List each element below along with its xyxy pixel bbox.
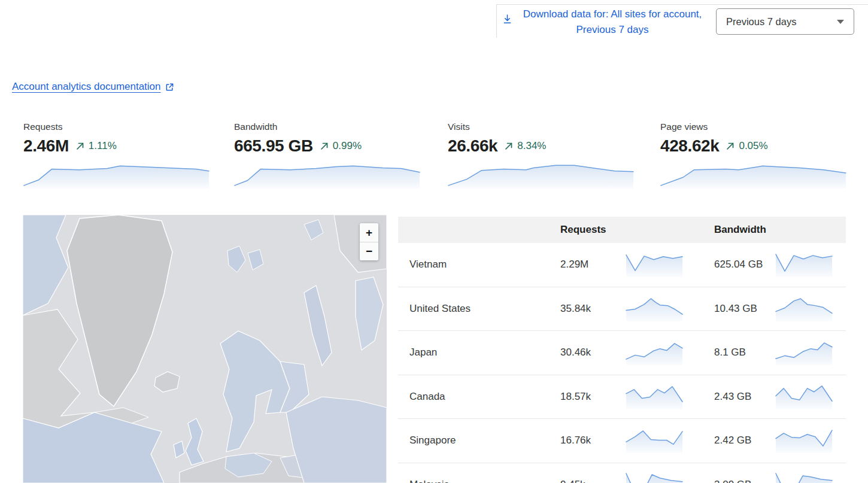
stat-delta: 1.11%: [75, 140, 117, 152]
bandwidth-value: 8.1 GB: [714, 347, 775, 359]
requests-sparkline: [626, 472, 714, 483]
requests-sparkline: [626, 296, 714, 321]
chevron-down-icon: [837, 20, 844, 24]
bandwidth-value: 625.04 GB: [714, 259, 775, 271]
bandwidth-sparkline: [775, 252, 846, 277]
account-analytics-page: Download data for: All sites for account…: [0, 0, 868, 483]
bandwidth-value: 10.43 GB: [714, 303, 775, 315]
stat-card-bandwidth: Bandwidth 665.95 GB 0.99%: [234, 121, 420, 189]
table-row: Japan 30.46k 8.1 GB: [398, 331, 846, 375]
requests-column-header: Requests: [560, 224, 626, 236]
page-views-sparkline: [660, 160, 846, 189]
stat-value: 26.66k: [448, 136, 497, 156]
stat-value: 2.46M: [23, 136, 69, 156]
requests-sparkline: [626, 340, 714, 365]
documentation-link[interactable]: Account analytics documentation: [12, 81, 174, 93]
bandwidth-sparkline: [775, 296, 846, 321]
bandwidth-value: 2.42 GB: [714, 435, 775, 446]
bandwidth-column-header: Bandwidth: [714, 224, 775, 236]
requests-value: 9.45k: [560, 479, 626, 483]
requests-value: 30.46k: [560, 347, 626, 359]
trend-up-icon: [75, 141, 85, 151]
stat-delta: 0.99%: [320, 140, 362, 152]
countries-table: Requests Bandwidth Vietnam 2.29M 625.04 …: [398, 217, 846, 483]
bandwidth-value: 2.43 GB: [714, 391, 775, 403]
stat-card-page-views: Page views 428.62k 0.05%: [660, 121, 846, 189]
download-link-label: Download data for: All sites for account…: [519, 7, 706, 38]
stat-label: Visits: [448, 121, 634, 132]
country-name: Malaysia: [398, 479, 560, 483]
bandwidth-value: 3.09 GB: [714, 479, 775, 483]
map-zoom-out-button[interactable]: −: [360, 242, 378, 260]
download-icon: [503, 14, 512, 27]
choropleth-map-graphic: [23, 215, 387, 483]
stat-card-requests: Requests 2.46M 1.11%: [23, 121, 210, 189]
country-name: Japan: [398, 347, 560, 359]
header-divider-vertical: [496, 4, 497, 38]
requests-value: 16.76k: [560, 435, 626, 446]
stat-delta-value: 0.05%: [739, 140, 767, 152]
download-data-link[interactable]: Download data for: All sites for account…: [503, 7, 706, 38]
stat-label: Bandwidth: [234, 121, 420, 132]
requests-sparkline: [23, 160, 210, 189]
table-row: United States 35.84k 10.43 GB: [398, 287, 846, 332]
stat-delta-value: 8.34%: [517, 140, 546, 152]
requests-sparkline: [626, 384, 714, 409]
map-zoom-in-button[interactable]: +: [360, 223, 378, 242]
requests-sparkline: [626, 428, 714, 453]
stat-delta: 0.05%: [726, 140, 767, 152]
map-zoom-controls: + −: [360, 223, 378, 260]
trend-up-icon: [726, 141, 735, 151]
trend-up-icon: [504, 141, 514, 151]
country-name: Singapore: [398, 435, 560, 446]
stat-value: 665.95 GB: [234, 136, 313, 156]
stat-label: Requests: [23, 121, 210, 132]
world-map[interactable]: + −: [23, 215, 387, 483]
stat-delta-value: 0.99%: [333, 140, 362, 152]
documentation-link-label: Account analytics documentation: [12, 81, 161, 93]
table-row: Vietnam 2.29M 625.04 GB: [398, 243, 846, 287]
download-link-line2: Previous 7 days: [576, 24, 649, 35]
bandwidth-sparkline: [234, 160, 420, 189]
header-divider-line: [496, 4, 868, 5]
country-name: Canada: [398, 391, 560, 403]
country-name: United States: [398, 303, 560, 315]
bandwidth-sparkline: [775, 384, 846, 409]
requests-value: 35.84k: [560, 303, 626, 315]
table-header-row: Requests Bandwidth: [398, 217, 846, 243]
date-range-value: Previous 7 days: [726, 16, 796, 28]
bandwidth-sparkline: [775, 472, 846, 483]
table-row: Canada 18.57k 2.43 GB: [398, 375, 846, 420]
stat-delta-value: 1.11%: [89, 140, 117, 152]
bandwidth-sparkline: [775, 340, 846, 365]
stat-delta: 8.34%: [504, 140, 546, 152]
external-link-icon: [165, 83, 174, 92]
stat-label: Page views: [660, 121, 846, 132]
requests-sparkline: [626, 252, 714, 277]
visits-sparkline: [448, 160, 634, 189]
table-row: Singapore 16.76k 2.42 GB: [398, 419, 846, 463]
requests-value: 2.29M: [560, 259, 626, 271]
download-link-line1: Download data for: All sites for account…: [523, 8, 702, 20]
stat-value: 428.62k: [660, 136, 719, 156]
requests-value: 18.57k: [560, 391, 626, 403]
bandwidth-sparkline: [775, 428, 846, 453]
date-range-dropdown[interactable]: Previous 7 days: [716, 8, 854, 35]
table-row: Malaysia 9.45k 3.09 GB: [398, 463, 846, 483]
country-name: Vietnam: [398, 259, 560, 271]
stat-card-visits: Visits 26.66k 8.34%: [448, 121, 634, 189]
trend-up-icon: [320, 141, 329, 151]
